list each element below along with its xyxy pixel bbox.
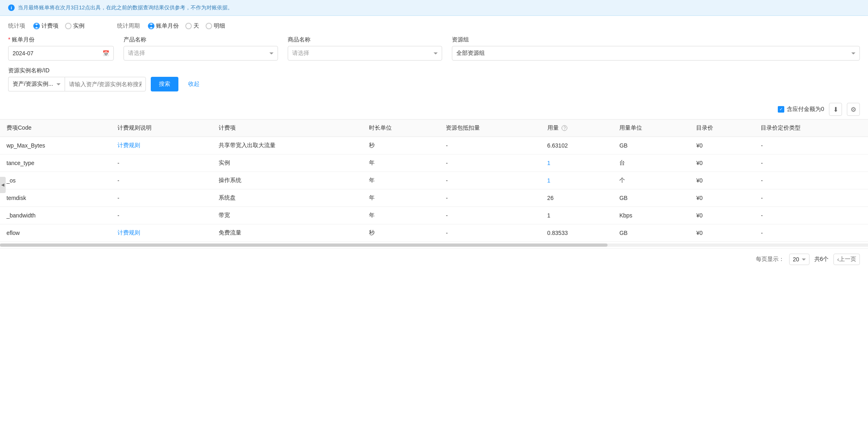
cell-usage-unit-5: GB bbox=[613, 224, 690, 242]
stat-billing-radio[interactable] bbox=[33, 23, 40, 29]
cell-rule-0[interactable]: 计费规则 bbox=[111, 137, 212, 154]
search-button[interactable]: 搜索 bbox=[151, 77, 178, 91]
cell-package-5: - bbox=[439, 224, 540, 242]
cell-time-unit-4: 年 bbox=[362, 207, 439, 224]
table-row: _os - 操作系统 年 - 1 个 ¥0 - bbox=[0, 172, 868, 189]
table-row: wp_Max_Bytes 计费规则 共享带宽入出取大流量 秒 - 6.63102… bbox=[0, 137, 868, 154]
cell-usage-unit-4: Kbps bbox=[613, 207, 690, 224]
col-header-item: 计费项 bbox=[212, 119, 362, 137]
commodity-name-group: 商品名称 请选择 bbox=[288, 36, 442, 61]
scroll-thumb[interactable] bbox=[0, 243, 608, 247]
resource-input-row: 资产/资源实例... bbox=[8, 77, 146, 91]
cell-item-1: 实例 bbox=[212, 154, 362, 172]
period-option-detail[interactable]: 明细 bbox=[206, 22, 225, 30]
col-header-price-type: 目录价定价类型 bbox=[754, 119, 868, 137]
cell-list-price-0: ¥0 bbox=[690, 137, 754, 154]
stat-options: 计费项 实例 bbox=[33, 22, 85, 30]
rule-link-0[interactable]: 计费规则 bbox=[117, 142, 140, 148]
banner-text: 当月最终账单将在次月3日12点出具，在此之前的数据查询结果仅供参考，不作为对账依… bbox=[18, 4, 233, 11]
period-detail-radio[interactable] bbox=[206, 23, 212, 29]
cell-usage-1: 1 bbox=[541, 154, 613, 172]
period-option-day[interactable]: 天 bbox=[185, 22, 199, 30]
table-toolbar: ✓ 含应付金额为0 ⬇ ⚙ bbox=[0, 100, 868, 119]
cell-price-type-0: - bbox=[754, 137, 868, 154]
cell-price-type-5: - bbox=[754, 224, 868, 242]
resource-instance-label: 资源实例名称/ID bbox=[8, 67, 146, 74]
col-header-usage-unit: 用量单位 bbox=[613, 119, 690, 137]
resource-group-select[interactable]: 全部资源组 bbox=[452, 46, 860, 61]
cell-package-4: - bbox=[439, 207, 540, 224]
rule-link-5[interactable]: 计费规则 bbox=[117, 229, 140, 236]
cell-list-price-3: ¥0 bbox=[690, 189, 754, 207]
table-body: wp_Max_Bytes 计费规则 共享带宽入出取大流量 秒 - 6.63102… bbox=[0, 137, 868, 242]
cell-usage-unit-2: 个 bbox=[613, 172, 690, 189]
cell-time-unit-2: 年 bbox=[362, 172, 439, 189]
resource-type-select[interactable]: 资产/资源实例... bbox=[8, 77, 65, 91]
cell-time-unit-3: 年 bbox=[362, 189, 439, 207]
stat-option-instance[interactable]: 实例 bbox=[65, 22, 85, 30]
cell-item-4: 带宽 bbox=[212, 207, 362, 224]
period-option-month[interactable]: 账单月份 bbox=[148, 22, 179, 30]
fields-row: 账单月份 2024-07 📅 产品名称 请选择 商品名称 请选择 bbox=[8, 36, 860, 61]
commodity-name-label: 商品名称 bbox=[288, 36, 442, 43]
cell-price-type-3: - bbox=[754, 189, 868, 207]
per-page-select[interactable]: 20 bbox=[789, 254, 809, 265]
cell-code-4: _bandwidth bbox=[0, 207, 111, 224]
stat-instance-radio[interactable] bbox=[65, 23, 72, 29]
period-label: 统计周期 bbox=[117, 22, 140, 30]
cell-usage-2: 1 bbox=[541, 172, 613, 189]
zero-amount-checkbox-box[interactable]: ✓ bbox=[778, 106, 784, 113]
left-collapse-arrow[interactable]: ◀ bbox=[0, 177, 6, 193]
stat-billing-label: 计费项 bbox=[41, 22, 59, 30]
cell-code-0: wp_Max_Bytes bbox=[0, 137, 111, 154]
cell-time-unit-1: 年 bbox=[362, 154, 439, 172]
filter-row-1: 统计项 计费项 实例 统计周期 账 bbox=[8, 22, 860, 30]
per-page-label: 每页显示： bbox=[756, 256, 784, 263]
table-row: temdisk - 系统盘 年 - 26 GB ¥0 - bbox=[0, 189, 868, 207]
commodity-name-placeholder: 请选择 bbox=[292, 50, 309, 57]
total-label: 共6个 bbox=[814, 256, 829, 263]
usage-help-icon[interactable]: ? bbox=[562, 125, 567, 131]
usage-link-1[interactable]: 1 bbox=[547, 160, 551, 166]
cell-usage-unit-1: 台 bbox=[613, 154, 690, 172]
prev-page-button[interactable]: ‹ 上一页 bbox=[833, 254, 860, 265]
billing-month-group: 账单月份 2024-07 📅 bbox=[8, 36, 114, 61]
commodity-name-select[interactable]: 请选择 bbox=[288, 46, 442, 61]
collapse-button[interactable]: 收起 bbox=[183, 77, 204, 91]
table-row: eflow 计费规则 免费流量 秒 - 0.83533 GB ¥0 - bbox=[0, 224, 868, 242]
stat-option-billing[interactable]: 计费项 bbox=[33, 22, 59, 30]
cell-price-type-4: - bbox=[754, 207, 868, 224]
cell-rule-2: - bbox=[111, 172, 212, 189]
resource-row: 资源实例名称/ID 资产/资源实例... 搜索 收起 bbox=[8, 67, 860, 91]
info-banner: i 当月最终账单将在次月3日12点出具，在此之前的数据查询结果仅供参考，不作为对… bbox=[0, 0, 868, 16]
resource-group-group: 资源组 全部资源组 bbox=[452, 36, 860, 61]
cell-rule-4: - bbox=[111, 207, 212, 224]
product-name-placeholder: 请选择 bbox=[128, 50, 145, 57]
billing-month-input[interactable]: 2024-07 📅 bbox=[8, 46, 114, 61]
period-month-radio[interactable] bbox=[148, 23, 154, 29]
table-header-row: 费项Code 计费规则说明 计费项 时长单位 资源包抵扣量 用量 ? 用量单位 … bbox=[0, 119, 868, 137]
cell-code-2: _os bbox=[0, 172, 111, 189]
download-button[interactable]: ⬇ bbox=[829, 103, 842, 116]
period-month-label: 账单月份 bbox=[156, 22, 179, 30]
settings-button[interactable]: ⚙ bbox=[847, 103, 860, 116]
cell-usage-3: 26 bbox=[541, 189, 613, 207]
cell-price-type-2: - bbox=[754, 172, 868, 189]
scroll-track[interactable] bbox=[0, 243, 868, 247]
cell-package-2: - bbox=[439, 172, 540, 189]
cell-item-5: 免费流量 bbox=[212, 224, 362, 242]
period-day-radio[interactable] bbox=[185, 23, 192, 29]
zero-amount-checkbox[interactable]: ✓ 含应付金额为0 bbox=[778, 106, 824, 113]
pagination: 每页显示： 20 共6个 ‹ 上一页 bbox=[0, 248, 868, 270]
table-area: ◀ ✓ 含应付金额为0 ⬇ ⚙ 费项Code bbox=[0, 100, 868, 270]
resource-search-input[interactable] bbox=[65, 77, 146, 91]
usage-link-2[interactable]: 1 bbox=[547, 177, 551, 184]
cell-usage-unit-3: GB bbox=[613, 189, 690, 207]
calendar-icon[interactable]: 📅 bbox=[102, 50, 109, 56]
cell-list-price-5: ¥0 bbox=[690, 224, 754, 242]
resource-type-chevron-icon bbox=[56, 83, 61, 85]
resource-group-label: 资源组 bbox=[452, 36, 860, 43]
cell-rule-5[interactable]: 计费规则 bbox=[111, 224, 212, 242]
cell-package-3: - bbox=[439, 189, 540, 207]
product-name-select[interactable]: 请选择 bbox=[124, 46, 278, 61]
